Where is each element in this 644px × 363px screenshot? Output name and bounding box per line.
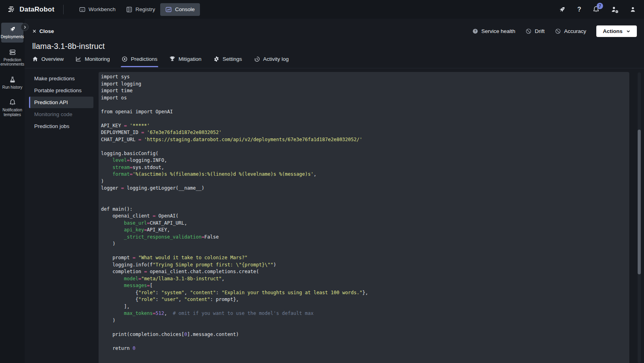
sidebar-item-prediction-environments[interactable]: Prediction environments — [1, 46, 23, 70]
tab-overview[interactable]: Overview — [32, 56, 64, 67]
code-line: ) — [101, 317, 627, 324]
subnav-item-prediction-api[interactable]: Prediction API — [29, 97, 93, 108]
code-line — [101, 248, 627, 255]
code-line: logging.info(f"Trying Simple prompt firs… — [101, 262, 627, 269]
nav-item-console[interactable]: Console — [160, 3, 200, 16]
actions-button[interactable]: Actions — [596, 25, 637, 37]
sidebar-item-label: Deployments — [1, 35, 24, 39]
help-circle-icon: ? — [472, 28, 478, 34]
scrollbar-thumb[interactable] — [638, 130, 641, 274]
close-label: Close — [39, 28, 54, 34]
flask-icon — [9, 76, 16, 83]
page-title: llama-3.1-8b-instruct — [32, 42, 105, 51]
code-line: messages=[ — [101, 282, 627, 289]
sidebar-expand-button[interactable] — [21, 23, 29, 31]
tab-label: Monitoring — [85, 56, 110, 62]
tab-monitoring[interactable]: Monitoring — [76, 56, 110, 67]
code-line — [101, 338, 627, 345]
status-label: Accuracy — [564, 28, 586, 34]
code-line: level=logging.INFO, — [101, 157, 627, 164]
workbench-icon — [79, 6, 85, 13]
code-line: base_url=CHAT_API_URL, — [101, 220, 627, 227]
subnav-item-make-predictions[interactable]: Make predictions — [29, 73, 93, 84]
launch-rocket-icon[interactable] — [559, 6, 566, 13]
actions-label: Actions — [603, 28, 623, 34]
tab-label: Predictions — [131, 56, 157, 62]
code-editor[interactable]: import sysimport loggingimport timeimpor… — [99, 72, 629, 363]
code-line: format='%(asctime)s %(filename)s:%(linen… — [101, 171, 627, 178]
code-line: return 0 — [101, 345, 627, 352]
sidebar-item-deployments[interactable]: Deployments — [1, 23, 23, 43]
chevron-right-icon — [23, 25, 27, 29]
code-line: def main(): — [101, 206, 627, 213]
nav-item-workbench[interactable]: Workbench — [74, 3, 121, 16]
gear-icon — [213, 56, 219, 62]
divider — [63, 5, 64, 14]
code-line: model="meta/llama-3.1-8b-instruct", — [101, 276, 627, 283]
code-line: import os — [101, 95, 627, 102]
datarobot-brand[interactable]: DataRobot — [8, 6, 54, 14]
code-line: API_KEY = '*****' — [101, 122, 627, 130]
code-line — [101, 324, 627, 331]
datarobot-logo-icon — [8, 6, 16, 13]
history-icon — [254, 56, 260, 62]
code-line — [101, 199, 627, 206]
tab-bar: Overview Monitoring Predictions Mitigati… — [25, 54, 644, 68]
tab-predictions[interactable]: Predictions — [122, 56, 157, 67]
top-nav: DataRobot Workbench Registry Console ? 7 — [0, 0, 644, 19]
nav-item-registry[interactable]: Registry — [121, 3, 161, 16]
tab-settings[interactable]: Settings — [213, 56, 242, 67]
code-line — [101, 101, 627, 109]
drift-status[interactable]: Drift — [526, 28, 545, 34]
code-line: completion = openai_client.chat.completi… — [101, 268, 627, 276]
tab-activity-log[interactable]: Activity log — [254, 56, 289, 67]
sidebar-item-label: Run history — [2, 85, 23, 90]
user-settings-icon[interactable] — [611, 6, 618, 13]
status-label: Drift — [535, 28, 545, 34]
tab-label: Settings — [223, 56, 242, 62]
code-line — [101, 192, 627, 199]
tab-mitigation[interactable]: Mitigation — [169, 56, 202, 67]
trophy-icon — [169, 56, 175, 62]
slash-circle-icon — [555, 28, 561, 34]
chart-line-icon — [76, 56, 81, 62]
code-line: openai_client = OpenAI( — [101, 213, 627, 220]
code-line: ], — [101, 303, 627, 311]
brand-name: DataRobot — [19, 6, 54, 14]
code-line: logger = logging.getLogger(__name__) — [101, 185, 627, 192]
service-health-status[interactable]: ? Service health — [472, 28, 516, 34]
tab-label: Overview — [41, 56, 64, 62]
target-icon — [122, 56, 128, 62]
predictions-subnav: Make predictions Portable predictions Pr… — [29, 72, 93, 363]
accuracy-status[interactable]: Accuracy — [555, 28, 586, 34]
status-label: Service health — [481, 28, 516, 34]
deployment-header: Close ? Service health Drift — [25, 19, 644, 39]
subnav-item-prediction-jobs[interactable]: Prediction jobs — [29, 120, 93, 132]
code-line: print(completion.choices[0].message.cont… — [101, 331, 627, 338]
sidebar-item-label: Prediction environments — [0, 58, 24, 67]
sidebar-item-notification-templates[interactable]: Notification templates — [1, 96, 23, 120]
chevron-down-icon — [626, 29, 630, 33]
code-line: {"role": "user", "content": prompt}, — [101, 296, 627, 303]
code-line — [101, 143, 627, 150]
slash-circle-icon — [526, 28, 531, 34]
header-status-group: ? Service health Drift Accuracy — [472, 25, 637, 37]
help-icon[interactable]: ? — [577, 6, 581, 13]
code-line: max_tokens=512, # omit if you want to us… — [101, 310, 627, 317]
code-block: import sysimport loggingimport timeimpor… — [101, 74, 627, 352]
profile-icon[interactable] — [630, 6, 636, 13]
subnav-item-portable-predictions[interactable]: Portable predictions — [29, 85, 93, 96]
bell-icon — [9, 99, 16, 106]
sidebar-item-run-history[interactable]: Run history — [1, 73, 23, 93]
notifications-bell-icon[interactable]: 7 — [593, 6, 599, 13]
close-icon — [32, 29, 37, 33]
stack-icon — [9, 49, 16, 56]
code-line: DEPLOYMENT_ID = '67e3e76fa1d187e2e803205… — [101, 129, 627, 136]
nav-item-label: Registry — [136, 6, 155, 12]
close-button[interactable]: Close — [32, 28, 54, 34]
code-line — [101, 115, 627, 122]
code-line: CHAT_API_URL = 'https://staging.datarobo… — [101, 136, 627, 144]
code-line: stream=sys.stdout, — [101, 164, 627, 171]
home-icon — [32, 56, 38, 62]
tab-label: Activity log — [263, 56, 289, 62]
